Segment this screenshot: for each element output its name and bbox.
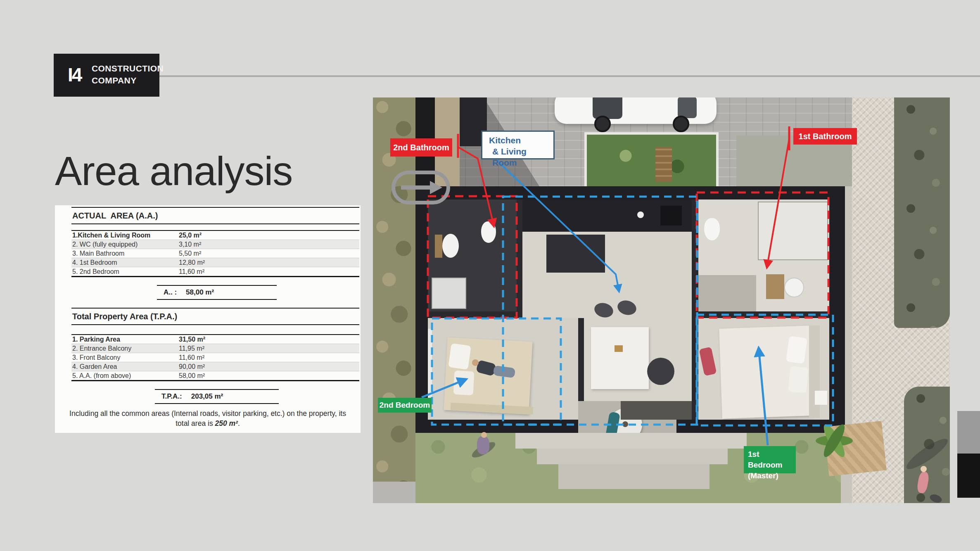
actual-area-heading: ACTUAL AREA (A.A.)	[71, 207, 359, 224]
row-value: 58,00 m²	[176, 372, 359, 380]
annotation-overlay	[373, 97, 950, 503]
table-row: 4. Garden Area90,00 m²	[71, 362, 359, 371]
label-bathroom2: 2nd Bathroom	[390, 138, 452, 157]
label-bedroom1-line1: 1st Bedroom	[748, 449, 796, 470]
label-kitchen: Kitchen & Living Room	[481, 131, 555, 159]
area-panel: ACTUAL AREA (A.A.) 1.Kitchen & Living Ro…	[55, 205, 361, 433]
table-row: 1. Parking Area31,50 m²	[71, 335, 359, 344]
row-label: 4. Garden Area	[71, 363, 176, 370]
row-label: 5. A.A. (from above)	[71, 372, 176, 380]
table-row: 3. Main Bathroom5,50 m²	[71, 249, 359, 258]
row-label: 5. 2nd Bedroom	[71, 268, 176, 276]
row-label: 1.Kitchen & Living Room	[71, 232, 176, 239]
slide: I4 CONSTRUCTION COMPANY Area analysis AC…	[0, 0, 980, 551]
row-label: 3. Main Bathroom	[71, 250, 176, 257]
entry-arrow-icon	[392, 171, 450, 204]
footnote-suffix: .	[238, 419, 240, 428]
actual-area-total: A.. : 58,00 m²	[157, 285, 277, 300]
label-bathroom1: 1st Bathroom	[793, 128, 857, 145]
table-row: 2. Entrance Balcony11,95 m²	[71, 344, 359, 353]
row-label: 4. 1st Bedroom	[71, 259, 176, 266]
bedroom1-leader-arrow-icon	[759, 348, 768, 445]
row-label: 1. Parking Area	[71, 336, 176, 343]
kitchen-zone-outline	[503, 197, 697, 425]
kitchen-leader-arrow-icon	[497, 160, 619, 292]
tpa-heading: Total Property Area (T.P.A.)	[71, 308, 359, 325]
table-row: 3. Front Balcony11,60 m²	[71, 353, 359, 362]
header-divider	[159, 76, 980, 76]
row-value: 25,0 m²	[176, 232, 359, 239]
label-bedroom1-line2: (Master)	[748, 470, 796, 481]
table-row: 5. A.A. (from above)58,00 m²	[71, 371, 359, 380]
right-gray-box	[957, 411, 980, 454]
footnote: Including all the common areas (Internal…	[68, 408, 347, 428]
row-value: 31,50 m²	[176, 336, 359, 343]
bedroom2-zone-outline	[432, 318, 561, 425]
row-label: 3. Front Balcony	[71, 354, 176, 361]
table-row: 2. WC (fully equipped)3,10 m²	[71, 240, 359, 249]
row-value: 11,60 m²	[176, 354, 359, 361]
row-value: 11,60 m²	[176, 268, 359, 276]
label-bedroom1: 1st Bedroom (Master)	[744, 446, 796, 473]
row-label: 2. Entrance Balcony	[71, 345, 176, 352]
row-value: 12,80 m²	[176, 259, 359, 266]
bedroom2-leader-arrow-icon	[422, 379, 466, 397]
row-value: 3,10 m²	[176, 241, 359, 248]
row-value: 11,95 m²	[176, 345, 359, 352]
tpa-total-label: T.P.A.:	[161, 392, 182, 401]
footnote-bold: 250 m²	[215, 419, 238, 428]
label-kitchen-line1: Kitchen	[489, 135, 553, 146]
row-value: 5,50 m²	[176, 250, 359, 257]
actual-area-total-value: 58,00 m²	[186, 288, 214, 297]
logo-text: CONSTRUCTION COMPANY	[92, 62, 164, 86]
label-bedroom2: 2nd Bedroom	[378, 398, 432, 413]
table-row: 5. 2nd Bedroom11,60 m²	[71, 267, 359, 276]
floorplan-image: 2nd Bathroom Kitchen & Living Room 1st B…	[373, 97, 950, 503]
entry-arrow-glyph	[395, 174, 446, 201]
actual-area-total-label: A.. :	[164, 288, 177, 297]
logo-line2: COMPANY	[92, 74, 164, 86]
page-title: Area analysis	[55, 148, 292, 195]
right-black-box	[957, 454, 980, 498]
row-label: 2. WC (fully equipped)	[71, 241, 176, 248]
actual-area-table: 1.Kitchen & Living Room25,0 m²2. WC (ful…	[71, 230, 359, 277]
bathroom1-leader-arrow-icon	[767, 139, 789, 268]
footnote-text: Including all the common areas (Internal…	[69, 409, 346, 428]
table-row: 4. 1st Bedroom12,80 m²	[71, 258, 359, 267]
tpa-total-value: 203,05 m²	[191, 392, 223, 401]
table-row: 1.Kitchen & Living Room25,0 m²	[71, 231, 359, 240]
company-logo: I4 CONSTRUCTION COMPANY	[54, 54, 159, 97]
tpa-total: T.P.A.: 203,05 m²	[155, 389, 279, 404]
row-value: 90,00 m²	[176, 363, 359, 370]
logo-monogram-icon: I4	[68, 64, 81, 86]
bathroom1-zone-outline	[697, 192, 828, 318]
logo-line1: CONSTRUCTION	[92, 62, 164, 74]
tpa-table: 1. Parking Area31,50 m²2. Entrance Balco…	[71, 334, 359, 381]
label-kitchen-line2: & Living Room	[489, 146, 553, 168]
